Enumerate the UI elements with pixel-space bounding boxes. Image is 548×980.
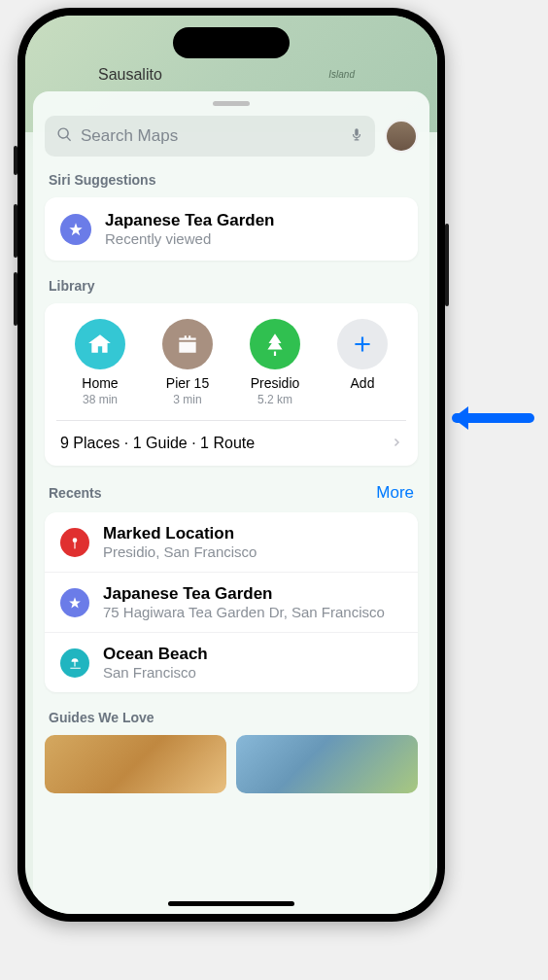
recent-item[interactable]: Marked Location Presidio, San Francisco bbox=[45, 512, 418, 573]
star-icon bbox=[60, 214, 91, 245]
home-icon bbox=[75, 319, 125, 369]
guide-thumbnail[interactable] bbox=[236, 735, 418, 793]
tree-icon bbox=[250, 319, 300, 369]
siri-suggestion-item[interactable]: Japanese Tea Garden Recently viewed bbox=[45, 197, 418, 261]
siri-suggestions-header: Siri Suggestions bbox=[49, 172, 414, 188]
recent-item[interactable]: Ocean Beach San Francisco bbox=[45, 633, 418, 692]
plus-icon bbox=[337, 319, 388, 369]
library-card: Home 38 min Pier 15 3 min bbox=[45, 303, 418, 466]
library-header: Library bbox=[49, 278, 414, 294]
guides-row bbox=[45, 735, 418, 793]
map-label-island: Island bbox=[328, 69, 355, 80]
suggestion-title: Japanese Tea Garden bbox=[105, 211, 402, 230]
svg-point-3 bbox=[73, 538, 78, 542]
library-item-presidio[interactable]: Presidio 5.2 km bbox=[236, 319, 314, 406]
star-icon bbox=[60, 588, 89, 617]
search-input[interactable]: Search Maps bbox=[45, 116, 375, 157]
dynamic-island bbox=[173, 27, 290, 58]
guide-thumbnail[interactable] bbox=[45, 735, 226, 793]
search-card: Search Maps Siri Suggestions J bbox=[33, 91, 429, 914]
recent-item[interactable]: Japanese Tea Garden 75 Hagiwara Tea Gard… bbox=[45, 573, 418, 633]
briefcase-icon bbox=[162, 319, 213, 369]
beach-icon bbox=[60, 648, 89, 678]
guides-header: Guides We Love bbox=[49, 710, 414, 725]
library-item-home[interactable]: Home 38 min bbox=[61, 319, 139, 406]
chevron-right-icon bbox=[391, 435, 402, 452]
library-item-pier[interactable]: Pier 15 3 min bbox=[149, 319, 226, 406]
search-icon bbox=[56, 126, 73, 147]
recents-card: Marked Location Presidio, San Francisco … bbox=[45, 512, 418, 692]
siri-suggestion-card: Japanese Tea Garden Recently viewed bbox=[45, 197, 418, 261]
suggestion-subtitle: Recently viewed bbox=[105, 230, 402, 247]
phone-screen: Sausalito Island 9:41 bbox=[25, 16, 437, 914]
search-placeholder: Search Maps bbox=[81, 126, 342, 146]
home-indicator[interactable] bbox=[168, 901, 294, 906]
map-label-sausalito: Sausalito bbox=[98, 66, 162, 84]
library-item-add[interactable]: Add bbox=[324, 319, 401, 406]
profile-avatar[interactable] bbox=[385, 120, 418, 153]
drag-handle[interactable] bbox=[213, 101, 250, 106]
pin-icon bbox=[60, 528, 89, 557]
microphone-icon[interactable] bbox=[350, 125, 363, 147]
phone-frame: Sausalito Island 9:41 bbox=[17, 8, 445, 922]
library-summary[interactable]: 9 Places · 1 Guide · 1 Route bbox=[56, 420, 406, 466]
recents-header: Recents More bbox=[49, 483, 414, 503]
recents-more-link[interactable]: More bbox=[376, 483, 414, 503]
annotation-arrow bbox=[447, 399, 534, 441]
